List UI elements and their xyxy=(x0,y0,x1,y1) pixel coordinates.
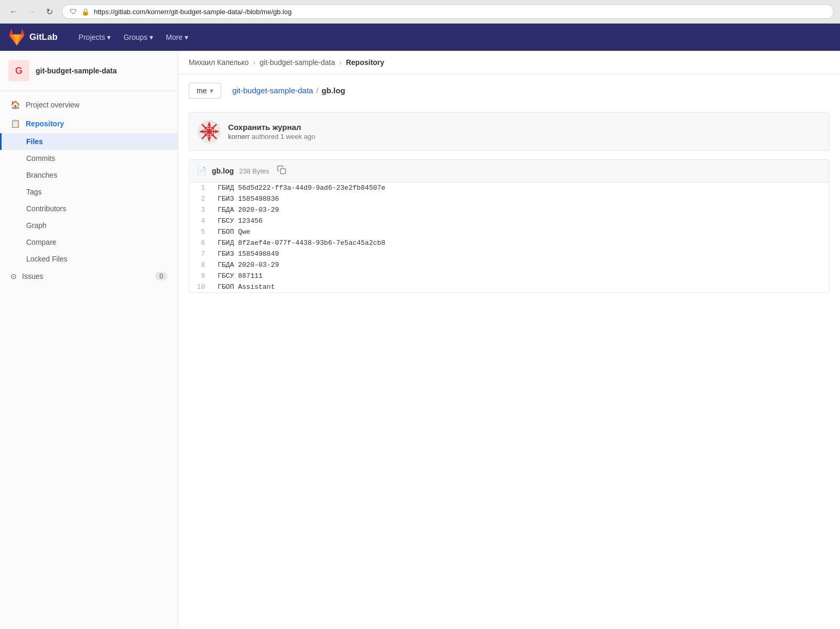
table-row: 4 ГБСУ 123456 xyxy=(189,215,829,226)
sidebar-item-repository[interactable]: 📋 Repository xyxy=(0,114,178,133)
table-row: 3 ГБДА 2020-03-29 xyxy=(189,204,829,215)
sidebar-item-compare[interactable]: Compare xyxy=(0,234,178,251)
table-row: 1 ГБИД 56d5d222-ff3a-44d9-9ad6-23e2fb845… xyxy=(189,182,829,193)
gitlab-logo-text: GitLab xyxy=(29,32,58,42)
line-number: 2 xyxy=(189,193,212,204)
gitlab-logo[interactable]: GitLab xyxy=(8,29,58,46)
breadcrumb-sep-2: › xyxy=(339,58,342,67)
url-text: https://gitlab.com/kornerr/git-budget-sa… xyxy=(94,8,292,16)
address-bar[interactable]: 🛡 🔒 https://gitlab.com/kornerr/git-budge… xyxy=(62,4,834,19)
table-row: 9 ГБСУ 887111 xyxy=(189,270,829,281)
sidebar-item-graph[interactable]: Graph xyxy=(0,217,178,234)
gitlab-fox-icon xyxy=(8,29,25,46)
line-number: 6 xyxy=(189,237,212,248)
shield-icon: 🛡 xyxy=(70,7,77,16)
commit-time: authored 1 week ago xyxy=(252,133,315,140)
forward-button[interactable]: → xyxy=(24,4,39,19)
nav-more[interactable]: More ▾ xyxy=(160,30,193,45)
repository-icon: 📋 xyxy=(10,119,20,128)
path-separator: / xyxy=(316,86,318,95)
line-code: ГБСУ 123456 xyxy=(212,215,829,226)
back-button[interactable]: ← xyxy=(6,4,21,19)
file-name-label: gb.log xyxy=(212,167,234,175)
line-code: ГБСУ 887111 xyxy=(212,270,829,281)
table-row: 10 ГБОП Assistant xyxy=(189,281,829,292)
file-header-section: me ▾ git-budget-sample-data / gb.log xyxy=(178,74,840,104)
home-icon: 🏠 xyxy=(10,100,20,110)
sidebar-item-branches[interactable]: Branches xyxy=(0,167,178,183)
line-code: ГБОП Assistant xyxy=(212,281,829,292)
commit-details: Сохранить журнал kornerr authored 1 week… xyxy=(228,123,315,140)
file-path-repo[interactable]: git-budget-sample-data xyxy=(232,86,313,95)
lock-icon: 🔒 xyxy=(81,8,90,16)
table-row: 7 ГБИЗ 1585498849 xyxy=(189,248,829,259)
project-avatar: G xyxy=(8,60,29,81)
line-number: 1 xyxy=(189,182,212,193)
browser-nav-buttons: ← → ↻ xyxy=(6,4,57,19)
commit-author-avatar xyxy=(198,120,221,143)
branch-selector[interactable]: me ▾ xyxy=(189,83,221,99)
sidebar-item-contributors[interactable]: Contributors xyxy=(0,200,178,217)
gitlab-navbar: GitLab Projects ▾ Groups ▾ More ▾ xyxy=(0,24,840,51)
line-code: ГБДА 2020-03-29 xyxy=(212,204,829,215)
line-code: ГБДА 2020-03-29 xyxy=(212,259,829,270)
commit-info-box: Сохранить журнал kornerr authored 1 week… xyxy=(189,112,830,151)
project-header: G git-budget-sample-data xyxy=(0,51,178,91)
project-name: git-budget-sample-data xyxy=(36,66,117,75)
commit-author: kornerr xyxy=(228,133,250,140)
line-number: 8 xyxy=(189,259,212,270)
line-number: 5 xyxy=(189,226,212,237)
line-code: ГБИЗ 1585498836 xyxy=(212,193,829,204)
chevron-down-icon: ▾ xyxy=(210,86,213,95)
line-code: ГБИД 56d5d222-ff3a-44d9-9ad6-23e2fb84507… xyxy=(212,182,829,193)
breadcrumb-item-project[interactable]: git-budget-sample-data xyxy=(260,58,335,67)
breadcrumb-sep-1: › xyxy=(253,58,255,67)
svg-rect-10 xyxy=(207,129,212,134)
line-number: 3 xyxy=(189,204,212,215)
sidebar-item-commits[interactable]: Commits xyxy=(0,150,178,167)
file-path: git-budget-sample-data / gb.log xyxy=(232,86,345,95)
copy-button[interactable] xyxy=(277,165,286,177)
chevron-down-icon: ▾ xyxy=(107,33,111,41)
sidebar-item-issues[interactable]: ⊙ Issues 0 xyxy=(0,267,178,285)
table-row: 2 ГБИЗ 1585498836 xyxy=(189,193,829,204)
table-row: 6 ГБИД 8f2aef4e-077f-4438-93b6-7e5ac45a2… xyxy=(189,237,829,248)
code-table: 1 ГБИД 56d5d222-ff3a-44d9-9ad6-23e2fb845… xyxy=(189,182,829,292)
sidebar-item-locked-files[interactable]: Locked Files xyxy=(0,251,178,267)
nav-projects[interactable]: Projects ▾ xyxy=(73,30,116,45)
main-content: Михаил Капелько › git-budget-sample-data… xyxy=(178,51,840,629)
file-size: 238 Bytes xyxy=(239,167,270,175)
file-content-box: 📄 gb.log 238 Bytes 1 ГБИД 56d5d222-ff3a-… xyxy=(189,159,830,293)
branch-name: me xyxy=(197,86,207,95)
sidebar-navigation: 🏠 Project overview 📋 Repository Files Co… xyxy=(0,91,178,289)
sidebar-item-project-overview[interactable]: 🏠 Project overview xyxy=(0,95,178,114)
line-code: ГБИД 8f2aef4e-077f-4438-93b6-7e5ac45a2cb… xyxy=(212,237,829,248)
browser-chrome: ← → ↻ 🛡 🔒 https://gitlab.com/kornerr/git… xyxy=(0,0,840,24)
line-code: ГБОП Qwe xyxy=(212,226,829,237)
line-code: ГБИЗ 1585498849 xyxy=(212,248,829,259)
line-number: 10 xyxy=(189,281,212,292)
breadcrumb-item-current: Repository xyxy=(346,58,384,67)
sidebar-item-tags[interactable]: Tags xyxy=(0,183,178,200)
repository-sub-items: Files Commits Branches Tags Contributors… xyxy=(0,133,178,267)
svg-rect-11 xyxy=(281,169,286,174)
chevron-down-icon: ▾ xyxy=(185,33,188,41)
sidebar-item-files[interactable]: Files xyxy=(0,133,178,150)
line-number: 9 xyxy=(189,270,212,281)
file-content-header: 📄 gb.log 238 Bytes xyxy=(189,160,829,182)
commit-meta: kornerr authored 1 week ago xyxy=(228,133,315,140)
nav-groups[interactable]: Groups ▾ xyxy=(118,30,158,45)
issues-icon: ⊙ xyxy=(10,272,17,280)
file-document-icon: 📄 xyxy=(197,166,207,176)
nav-menu: Projects ▾ Groups ▾ More ▾ xyxy=(73,30,193,45)
reload-button[interactable]: ↻ xyxy=(42,4,57,19)
breadcrumb-item-user[interactable]: Михаил Капелько xyxy=(189,58,249,67)
table-row: 5 ГБОП Qwe xyxy=(189,226,829,237)
issues-left: ⊙ Issues xyxy=(10,272,43,280)
breadcrumb: Михаил Капелько › git-budget-sample-data… xyxy=(178,51,840,74)
file-path-filename: gb.log xyxy=(321,86,345,95)
line-number: 7 xyxy=(189,248,212,259)
sidebar: G git-budget-sample-data 🏠 Project overv… xyxy=(0,51,178,629)
line-number: 4 xyxy=(189,215,212,226)
issues-badge: 0 xyxy=(155,272,167,280)
